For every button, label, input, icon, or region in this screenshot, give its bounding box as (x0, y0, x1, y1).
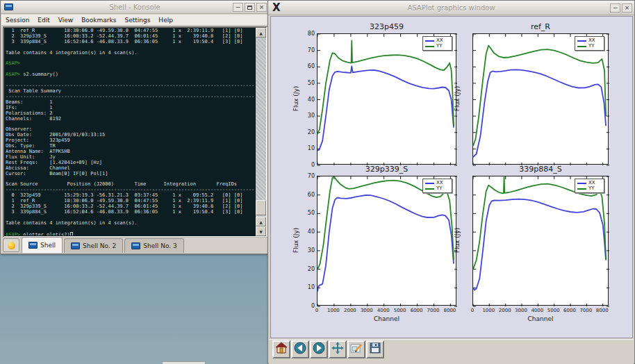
terminal-line (6, 226, 254, 232)
toolbar-status-strip (269, 358, 634, 364)
terminal-line (6, 56, 254, 62)
legend-entry: YY (425, 186, 450, 191)
scroll-down-icon[interactable]: ▼ (256, 226, 266, 236)
plot-title: 329p339_S (317, 165, 456, 174)
y-axis-label: Flux (Jy) (292, 83, 299, 115)
menu-item-help[interactable]: Help (154, 17, 177, 24)
legend-line-icon (577, 46, 586, 47)
subplot-ref-r (472, 33, 609, 165)
plot-title: 339p884_S (472, 165, 609, 174)
legend-label: XX (588, 38, 595, 43)
terminal-line: ASAP> s2.summary() (6, 72, 254, 78)
plot-area (473, 34, 609, 165)
legend-entry: YY (577, 44, 602, 49)
new-session-button[interactable] (3, 238, 19, 252)
menu-item-session[interactable]: Session (1, 17, 33, 24)
plot-title: 323p459 (317, 22, 456, 31)
x-axis-label: Channel (317, 315, 456, 322)
series-YY (318, 41, 454, 135)
minimize-button[interactable]: − (610, 3, 620, 13)
menu-item-bookmarks[interactable]: Bookmarks (77, 17, 120, 24)
legend-entry: XX (577, 38, 602, 43)
x-tick-label: 0 (463, 308, 481, 313)
pan-icon (331, 342, 344, 357)
asaplot-titlebar[interactable]: ASAPlot graphics window X − × (268, 1, 634, 15)
minimize-button[interactable]: − (233, 3, 243, 12)
y-tick-label: 60 (302, 63, 315, 69)
forward-icon (313, 342, 325, 357)
forward-button[interactable] (310, 340, 328, 358)
home-button[interactable] (272, 340, 290, 358)
y-tick-label: 50 (302, 210, 315, 216)
y-tick-label: 0 (302, 162, 315, 168)
menu-item-edit[interactable]: Edit (33, 17, 53, 24)
series-XX (318, 195, 454, 292)
x-tick-label: 6000 (408, 308, 426, 313)
menu-item-view[interactable]: View (54, 17, 77, 24)
asaplot-window: ASAPlot graphics window X − × 323p459010… (267, 0, 635, 364)
terminal-frame: 1 ref_R 18:30:06.0 -49.59.30.0 04:47:55 … (3, 26, 267, 238)
menu-item-settings[interactable]: Settings (120, 17, 154, 24)
legend-entry: YY (577, 186, 602, 191)
konsole-window-title: Shell - Konsole (1, 3, 269, 11)
x-tick-label: 3000 (512, 308, 530, 313)
save-button[interactable] (366, 340, 384, 358)
terminal-line: ASAP> plotter.plot(s2) (6, 232, 254, 235)
close-button[interactable]: × (622, 3, 632, 13)
legend-label: YY (436, 44, 443, 49)
tab-label: Shell No. 2 (83, 242, 116, 249)
x-tick-label: 7000 (424, 308, 443, 313)
scrollbar-thumb[interactable] (256, 200, 266, 215)
x-tick-label: 7000 (577, 308, 595, 313)
y-tick-label: 10 (302, 145, 315, 151)
terminal-line: 3 339p884_S 16:52:04.6 -46.08.33.9 06:36… (6, 40, 254, 45)
terminal-line: Table contains 4 integration(s) in 4 sca… (6, 51, 254, 56)
legend-line-icon (577, 183, 586, 184)
back-icon (294, 342, 306, 357)
subplots-button[interactable] (347, 340, 365, 358)
y-tick-label: 20 (302, 129, 315, 135)
asap-prompt: ASAP> (6, 60, 20, 66)
legend-label: YY (588, 44, 595, 49)
maximize-button[interactable] (245, 3, 255, 12)
new-session-icon (8, 242, 15, 249)
terminal-line: ASAP> (6, 61, 254, 67)
maximize-icon (247, 6, 252, 10)
terminal-scrollbar[interactable]: ▲ ▲ ▼ (256, 28, 266, 236)
legend-entry: XX (577, 181, 602, 185)
scroll-up2-icon[interactable]: ▲ (256, 217, 266, 226)
taskbar-sliver (162, 361, 206, 364)
legend-label: XX (436, 181, 443, 185)
y-tick-label: 30 (302, 247, 315, 254)
tab-shell[interactable]: Shell (22, 237, 63, 253)
scroll-up-icon[interactable]: ▲ (256, 28, 266, 38)
x-tick-label: 3000 (358, 308, 376, 313)
x-tick-label: 4000 (528, 308, 546, 313)
terminal-line: Channels: 8192 (6, 117, 254, 122)
legend-line-icon (425, 188, 434, 190)
asap-prompt: ASAP> (6, 232, 20, 235)
legend-line-icon (425, 183, 434, 184)
terminal-output[interactable]: 1 ref_R 18:30:06.0 -49.59.30.0 04:47:55 … (6, 28, 254, 235)
x-tick-label: 1000 (324, 308, 343, 313)
konsole-menubar: SessionEditViewBookmarksSettingsHelp (1, 15, 268, 26)
x-tick-label: 4000 (374, 308, 393, 313)
tab-shell-no-2[interactable]: Shell No. 2 (64, 238, 123, 253)
series-XX (318, 66, 454, 151)
terminal-line: Cursor: Beam[0] IF[0] Pol[1] (6, 172, 254, 177)
x-tick-label: 0 (308, 308, 326, 313)
legend-label: YY (436, 186, 443, 191)
y-tick-label: 20 (302, 266, 315, 272)
pan-button[interactable] (329, 340, 347, 358)
x-tick-label: 5000 (545, 308, 563, 313)
series-XX (473, 69, 606, 157)
desktop-background: Shell - Konsole − × SessionEditViewBookm… (0, 0, 635, 364)
plot-title: ref_R (472, 22, 609, 31)
konsole-titlebar[interactable]: Shell - Konsole − × (1, 1, 269, 14)
figure-canvas[interactable]: 323p45901020304050607080Flux (Jy)Channel… (270, 16, 633, 338)
tab-shell-no-3[interactable]: Shell No. 3 (124, 238, 183, 253)
back-button[interactable] (291, 340, 309, 358)
y-tick-label: 70 (302, 173, 315, 179)
terminal-line (6, 122, 254, 127)
close-button[interactable]: × (256, 3, 267, 12)
